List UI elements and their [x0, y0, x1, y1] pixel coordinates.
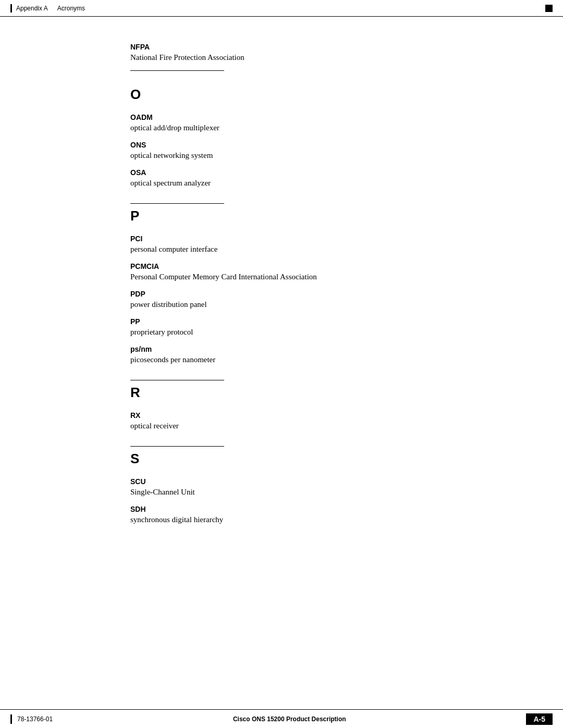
acronym-entry-psnm: ps/nm picoseconds per nanometer — [130, 345, 433, 364]
acronym-term-scu: SCU — [130, 477, 433, 486]
breadcrumb-separator — [50, 5, 55, 12]
section-o-block: O — [130, 87, 433, 103]
acronym-term-pdp: PDP — [130, 290, 433, 298]
acronym-entry-scu: SCU Single-Channel Unit — [130, 477, 433, 497]
acronym-entry-sdh: SDH synchronous digital hierarchy — [130, 505, 433, 524]
section-s-divider — [130, 446, 224, 447]
acronym-entry-pcmcia: PCMCIA Personal Computer Memory Card Int… — [130, 262, 433, 281]
acronym-entry-rx: RX optical receiver — [130, 411, 433, 430]
footer-page: A-5 — [526, 713, 553, 725]
acronym-term-nfpa: NFPA — [130, 43, 433, 51]
acronym-entry-osa: OSA optical spectrum analyzer — [130, 168, 433, 188]
section-p-block: P — [130, 203, 433, 224]
section-letter-s: S — [130, 451, 433, 467]
nfpa-divider — [130, 70, 224, 71]
footer-page-number: A-5 — [526, 713, 553, 725]
section-letter-o: O — [130, 87, 433, 103]
acronym-term-oadm: OADM — [130, 113, 433, 121]
nfpa-section: NFPA National Fire Protection Associatio… — [130, 43, 433, 71]
acronym-def-osa: optical spectrum analyzer — [130, 179, 433, 188]
main-content: NFPA National Fire Protection Associatio… — [0, 17, 563, 574]
acronym-def-psnm: picoseconds per nanometer — [130, 355, 433, 364]
acronym-def-sdh: synchronous digital hierarchy — [130, 515, 433, 524]
acronym-def-scu: Single-Channel Unit — [130, 488, 433, 497]
acronym-entry-pdp: PDP power distribution panel — [130, 290, 433, 309]
section-r-divider — [130, 380, 224, 380]
acronym-entry-nfpa: NFPA National Fire Protection Associatio… — [130, 43, 433, 62]
section-s-block: S — [130, 446, 433, 467]
section-letter-r: R — [130, 385, 433, 401]
breadcrumb: Appendix A Acronyms — [16, 5, 85, 12]
acronym-def-ons: optical networking system — [130, 151, 433, 160]
acronym-term-sdh: SDH — [130, 505, 433, 513]
appendix-label: Appendix A — [16, 5, 48, 12]
acronym-def-rx: optical receiver — [130, 422, 433, 430]
section-p-divider — [130, 203, 224, 204]
acronym-entry-pp: PP proprietary protocol — [130, 317, 433, 337]
acronym-entry-pci: PCI personal computer interface — [130, 235, 433, 254]
header-bar-rule — [10, 4, 12, 13]
acronym-term-psnm: ps/nm — [130, 345, 433, 353]
acronym-def-pcmcia: Personal Computer Memory Card Internatio… — [130, 273, 433, 281]
acronym-def-pp: proprietary protocol — [130, 328, 433, 337]
footer-left-rule — [10, 714, 12, 724]
acronym-def-pci: personal computer interface — [130, 245, 433, 254]
acronym-term-osa: OSA — [130, 168, 433, 177]
acronym-entry-oadm: OADM optical add/drop multiplexer — [130, 113, 433, 132]
acronym-term-pp: PP — [130, 317, 433, 326]
acronym-term-ons: ONS — [130, 141, 433, 149]
acronyms-label: Acronyms — [57, 5, 85, 12]
acronym-term-pcmcia: PCMCIA — [130, 262, 433, 270]
acronym-term-rx: RX — [130, 411, 433, 419]
footer: 78-13766-01 Cisco ONS 15200 Product Desc… — [0, 709, 563, 728]
section-r-block: R — [130, 380, 433, 401]
footer-product-name: Cisco ONS 15200 Product Description — [53, 715, 526, 723]
acronym-def-pdp: power distribution panel — [130, 300, 433, 309]
acronym-def-nfpa: National Fire Protection Association — [130, 53, 433, 62]
footer-doc-number: 78-13766-01 — [17, 715, 53, 723]
acronym-entry-ons: ONS optical networking system — [130, 141, 433, 160]
section-letter-p: P — [130, 208, 433, 224]
acronym-term-pci: PCI — [130, 235, 433, 243]
header-bar: Appendix A Acronyms — [0, 0, 563, 17]
header-black-square — [545, 5, 553, 12]
acronym-def-oadm: optical add/drop multiplexer — [130, 124, 433, 132]
